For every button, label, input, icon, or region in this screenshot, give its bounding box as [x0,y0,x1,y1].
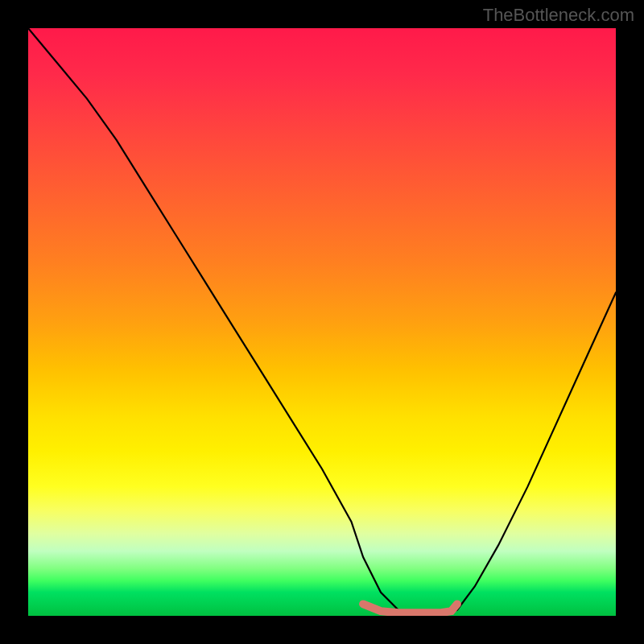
flat-segment-path [363,604,457,613]
chart-svg [28,28,616,616]
plot-area [28,28,616,616]
watermark-text: TheBottleneck.com [483,5,634,26]
main-curve-path [28,28,616,616]
